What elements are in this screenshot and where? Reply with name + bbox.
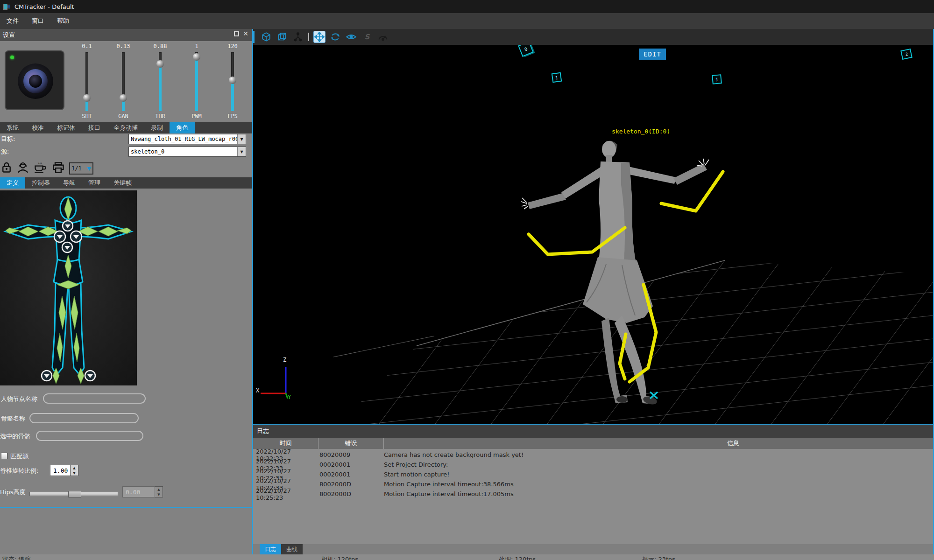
main-tabrow: 系统 校准 标记体 接口 全身动捕 录制 角色 <box>0 122 252 133</box>
slider-thr-label: THR <box>142 113 178 119</box>
slider-pwm: 1 PWM <box>178 43 215 121</box>
printer-icon[interactable] <box>52 161 65 175</box>
svg-text:sss: sss <box>38 162 42 165</box>
log-row[interactable]: 2022/10/27 10:22:33 00020001 Set Project… <box>253 460 933 469</box>
selected-bone-label: 选中的骨骼 <box>0 432 30 441</box>
source-label: 源: <box>1 147 9 156</box>
tab-markerset[interactable]: 标记体 <box>50 122 82 133</box>
viewport-toolbar: S <box>253 29 933 45</box>
slider-sht-label: SHT <box>69 113 105 119</box>
tab-record[interactable]: 录制 <box>144 122 170 133</box>
hips-height-up-icon[interactable]: ▲ <box>155 487 163 492</box>
3d-viewport[interactable]: Z X Y EDIT skeleton_0(ID:0) 0 1 1 2 <box>253 45 933 424</box>
coffee-cup-icon[interactable]: sss <box>34 161 48 175</box>
node-name-input[interactable] <box>43 393 146 404</box>
spine-ratio-up-icon[interactable]: ▲ <box>71 465 78 470</box>
match-source-checkbox[interactable] <box>1 453 7 459</box>
body-definition-diagram[interactable] <box>0 190 137 385</box>
bottom-dock-tabs: 日志 曲线 <box>253 544 933 554</box>
app-window: CMTracker - Default 文件 窗口 帮助 设置 ✕ 0.1 <box>0 0 934 560</box>
hips-height-spinbox: 0.00 ▲▼ <box>122 486 163 497</box>
log-col-time[interactable]: 时间 <box>253 438 318 449</box>
slider-gan: 0.13 GAN <box>105 43 142 121</box>
speed-gauge-icon[interactable] <box>377 31 389 43</box>
hips-height-slider-handle[interactable] <box>68 491 81 497</box>
source-combobox[interactable]: skeleton_0 ▼ <box>128 147 246 157</box>
bone-name-input[interactable] <box>29 413 139 423</box>
settings-dock-header: 设置 ✕ <box>0 29 252 41</box>
target-dropdown-arrow-icon[interactable]: ▼ <box>237 134 246 144</box>
character-toolbar: sss 1/1 ▼ <box>1 161 93 176</box>
tab-system[interactable]: 系统 <box>0 122 25 133</box>
visibility-eye-icon[interactable] <box>345 31 357 43</box>
log-col-error[interactable]: 错误 <box>318 438 384 449</box>
settings-dock-title: 设置 <box>3 31 15 39</box>
wireframe-cube-icon[interactable] <box>276 31 288 43</box>
spine-ratio-down-icon[interactable]: ▼ <box>71 470 78 476</box>
tab-manage[interactable]: 管理 <box>82 177 107 189</box>
tab-fullbody-mocap[interactable]: 全身动捕 <box>107 122 144 133</box>
slider-thr: 0.88 THR <box>142 43 178 121</box>
pan-move-tool-icon[interactable] <box>313 31 325 43</box>
operator-icon[interactable] <box>16 161 29 175</box>
match-source-label: 匹配源 <box>10 452 28 461</box>
dock-float-icon[interactable] <box>234 31 239 36</box>
log-panel-title: 日志 <box>253 425 933 438</box>
slider-pwm-label: PWM <box>178 113 215 119</box>
selected-bone-input[interactable] <box>36 431 143 441</box>
slider-fps-knob[interactable] <box>229 77 236 84</box>
node-name-label: 人物节点名称 <box>1 395 37 403</box>
slider-gan-knob[interactable] <box>120 94 127 102</box>
edit-mode-button[interactable]: EDIT <box>639 49 666 60</box>
statusbar: 状态: 追踪 相机: 120fps 处理: 120fps 提示: 23fps <box>0 554 934 560</box>
log-row[interactable]: 2022/10/27 10:22:33 80020009 Camera has … <box>253 450 933 460</box>
log-table-header: 时间 错误 信息 <box>253 438 933 449</box>
tab-navigate[interactable]: 导航 <box>57 177 82 189</box>
log-col-info[interactable]: 信息 <box>384 438 933 449</box>
tab-calibration[interactable]: 校准 <box>25 122 50 133</box>
menubar: 文件 窗口 帮助 <box>0 13 934 29</box>
status-process-fps: 处理: 120fps <box>499 555 536 560</box>
bone-name-label: 骨骼名称 <box>1 414 25 423</box>
menu-file[interactable]: 文件 <box>0 13 25 29</box>
log-row[interactable]: 2022/10/27 10:25:23 8002000D Motion Capt… <box>253 489 933 499</box>
viewport-area: S <box>253 29 934 554</box>
orbit-rotate-tool-icon[interactable] <box>329 31 341 43</box>
tab-character[interactable]: 角色 <box>170 122 195 133</box>
tab-keyframe[interactable]: 关键帧 <box>107 177 138 189</box>
log-row[interactable]: 2022/10/27 10:22:33 00020001 Start motio… <box>253 469 933 479</box>
lock-icon[interactable] <box>1 161 12 175</box>
source-dropdown-arrow-icon[interactable]: ▼ <box>237 147 246 156</box>
menu-window[interactable]: 窗口 <box>25 13 50 29</box>
slider-sht-knob[interactable] <box>83 94 91 102</box>
camera-marker-2[interactable]: 1 <box>712 74 722 84</box>
menu-help[interactable]: 帮助 <box>50 13 76 29</box>
spine-ratio-spinbox[interactable]: 1.00 ▲▼ <box>50 465 78 476</box>
titlebar: CMTracker - Default <box>0 0 934 13</box>
target-value: Nvwang_cloth_01_RIG_LW_mocap_r001. <box>129 136 237 142</box>
hips-height-slider[interactable] <box>29 492 118 496</box>
tab-curve[interactable]: 曲线 <box>281 544 303 554</box>
solid-view-cube-icon[interactable] <box>260 31 272 43</box>
source-value: skeleton_0 <box>129 148 237 155</box>
slider-thr-knob[interactable] <box>156 60 164 68</box>
page-selector[interactable]: 1/1 ▼ <box>69 162 93 175</box>
curve-s-icon[interactable]: S <box>361 31 373 43</box>
camera-marker-1[interactable]: 1 <box>552 72 562 83</box>
tab-controller[interactable]: 控制器 <box>25 177 57 189</box>
slider-fps-label: FPS <box>214 113 251 119</box>
target-combobox[interactable]: Nvwang_cloth_01_RIG_LW_mocap_r001. ▼ <box>128 134 246 144</box>
tab-define[interactable]: 定义 <box>0 177 25 189</box>
log-row[interactable]: 2022/10/27 10:22:33 8002000D Motion Capt… <box>253 479 933 489</box>
slider-pwm-knob[interactable] <box>193 53 200 61</box>
axis-z-label: Z <box>283 357 286 363</box>
page-selector-arrow-icon: ▼ <box>87 166 91 172</box>
dock-close-icon[interactable]: ✕ <box>243 31 248 36</box>
tab-log[interactable]: 日志 <box>260 544 281 554</box>
status-hint-fps: 提示: 23fps <box>642 555 675 560</box>
hips-height-down-icon[interactable]: ▼ <box>155 492 163 497</box>
toolbar-separator <box>308 33 309 41</box>
skeleton-view-icon[interactable] <box>292 31 304 43</box>
slider-gan-value: 0.13 <box>105 43 142 49</box>
tab-interface[interactable]: 接口 <box>82 122 107 133</box>
